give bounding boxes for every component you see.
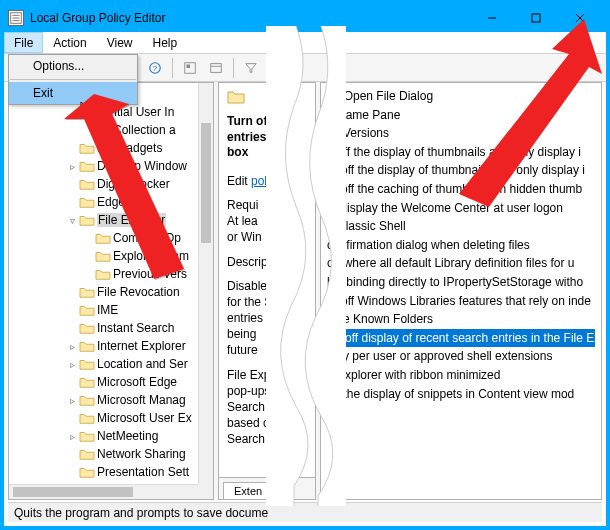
setting-row[interactable]: n Classic Shell: [327, 217, 595, 236]
svg-marker-14: [246, 63, 257, 72]
minimize-button[interactable]: [470, 4, 514, 32]
setting-row[interactable]: able Known Folders: [327, 310, 595, 329]
tree-node[interactable]: Digital Locker: [9, 175, 198, 193]
setting-row[interactable]: on where all default Library definition …: [327, 254, 595, 273]
menu-view[interactable]: View: [97, 32, 143, 53]
tree-node-label: Previous Vers: [113, 267, 187, 281]
setting-row[interactable]: only per user or approved shell extensio…: [327, 347, 595, 366]
toolbar-sep: [172, 58, 173, 78]
tree-node[interactable]: Collection a: [9, 121, 198, 139]
expand-icon[interactable]: ▹: [65, 341, 79, 352]
statusbar: Quits the program and prompts to save do…: [8, 502, 602, 522]
expand-icon[interactable]: ▹: [65, 431, 79, 442]
tree-node-label: dential User In: [97, 105, 174, 119]
setting-row[interactable]: confirmation dialog when deleting files: [327, 236, 595, 255]
setting-row[interactable]: e Explorer with ribbon minimized: [327, 366, 595, 385]
settings-list[interactable]: on Open File Dialogr Frame Paneus Versio…: [320, 82, 602, 500]
tree-node[interactable]: ▹Microsoft Manag: [9, 391, 198, 409]
folder-icon: [79, 393, 95, 407]
menu-item-options[interactable]: Options...: [9, 55, 137, 77]
tree-node[interactable]: top Gadgets: [9, 139, 198, 157]
tree-node[interactable]: Microsoft User Ex: [9, 409, 198, 427]
folder-icon: [79, 465, 95, 479]
close-button[interactable]: [558, 4, 602, 32]
tree-node-label: Location and Ser: [97, 357, 188, 371]
setting-row[interactable]: off display of recent search entries in …: [327, 329, 595, 348]
tree-node[interactable]: Explorer Fram: [9, 247, 198, 265]
setting-row[interactable]: r Frame Pane: [327, 106, 595, 125]
tree-node[interactable]: ▹Internet Explorer: [9, 337, 198, 355]
tree-view[interactable]: Contentdential User InCollection atop Ga…: [9, 83, 198, 484]
setting-row[interactable]: off the display of snippets in Content v…: [327, 385, 595, 404]
menu-action[interactable]: Action: [43, 32, 96, 53]
toolbar-button-1[interactable]: [179, 57, 201, 79]
edit-policy-link[interactable]: polic: [251, 174, 276, 188]
expand-icon[interactable]: ▹: [65, 395, 79, 406]
folder-icon: [79, 141, 95, 155]
setting-row[interactable]: ot display the Welcome Center at user lo…: [327, 199, 595, 218]
filter-icon[interactable]: [240, 57, 262, 79]
edit-policy-line: Edit polic: [227, 173, 307, 189]
folder-icon: [79, 447, 95, 461]
tree-node[interactable]: IME: [9, 301, 198, 319]
tree-node[interactable]: ▿File Explorer: [9, 211, 198, 229]
menu-help[interactable]: Help: [143, 32, 188, 53]
tree-node[interactable]: Network Sharing: [9, 445, 198, 463]
setting-row[interactable]: on Open File Dialog: [327, 87, 595, 106]
tree-node[interactable]: File Revocation: [9, 283, 198, 301]
tree-node-label: Common Op: [113, 231, 181, 245]
folder-icon: [79, 195, 95, 209]
description-block: Disables s for the Se entries being futu…: [227, 278, 307, 359]
setting-row[interactable]: rn off the display of thumbnails and onl…: [327, 161, 595, 180]
setting-row[interactable]: ble binding directly to IPropertySetStor…: [327, 273, 595, 292]
tree-node-label: top Gadgets: [97, 141, 162, 155]
tree-node[interactable]: Edge: [9, 193, 198, 211]
tree-node-label: Microsoft User Ex: [97, 411, 192, 425]
tree-node[interactable]: Previous Vers: [9, 265, 198, 283]
tree-node-label: File Explorer: [97, 213, 166, 227]
svg-rect-12: [211, 63, 222, 72]
tree-node[interactable]: Presentation Sett: [9, 463, 198, 481]
setting-row[interactable]: rn off the caching of thumbnails in hidd…: [327, 180, 595, 199]
tree-scroll-vertical[interactable]: [198, 83, 213, 484]
tree-node-label: Collection a: [113, 123, 176, 137]
menu-item-exit[interactable]: Exit: [9, 82, 137, 104]
folder-icon: [79, 321, 95, 335]
maximize-button[interactable]: [514, 4, 558, 32]
toolbar-button-2[interactable]: [205, 57, 227, 79]
tab-extended[interactable]: Exten: [223, 482, 273, 499]
folder-icon: [227, 89, 307, 108]
svg-text:?: ?: [153, 63, 158, 72]
menu-separator: [10, 79, 136, 80]
expand-icon[interactable]: ▿: [65, 215, 79, 226]
setting-title: Turn off entries in box: [227, 114, 307, 161]
detail-pane: Turn off entries in box Edit polic Requi…: [218, 82, 316, 500]
detail-tabs: Exten: [219, 477, 315, 499]
titlebar: Local Group Policy Editor: [4, 4, 606, 32]
svg-marker-17: [81, 102, 93, 119]
tree-node[interactable]: Instant Search: [9, 319, 198, 337]
tree-node-label: Microsoft Edge: [97, 375, 177, 389]
mouse-cursor: [80, 101, 96, 121]
folder-icon: [95, 249, 111, 263]
expand-icon[interactable]: ▹: [65, 359, 79, 370]
tree-node[interactable]: ▹Location and Ser: [9, 355, 198, 373]
tree-scroll-horizontal[interactable]: [9, 484, 198, 499]
tree-node[interactable]: ▹NetMeeting: [9, 427, 198, 445]
setting-row[interactable]: us Versions: [327, 124, 595, 143]
tree-node[interactable]: ▹Desktop Window: [9, 157, 198, 175]
folder-icon: [79, 159, 95, 173]
tree-node[interactable]: Microsoft Edge: [9, 373, 198, 391]
tree-node-label: Internet Explorer: [97, 339, 186, 353]
setting-row[interactable]: rn off Windows Libraries features that r…: [327, 292, 595, 311]
setting-row[interactable]: n off the display of thumbnails and only…: [327, 143, 595, 162]
folder-icon: [79, 285, 95, 299]
help-icon[interactable]: ?: [144, 57, 166, 79]
tree-node-label: Desktop Window: [97, 159, 187, 173]
tree-node[interactable]: dential User In: [9, 103, 198, 121]
tree-node[interactable]: Common Op: [9, 229, 198, 247]
menu-file[interactable]: File: [4, 32, 43, 53]
expand-icon[interactable]: ▹: [65, 161, 79, 172]
tree-node-label: NetMeeting: [97, 429, 158, 443]
tree-node-label: Network Sharing: [97, 447, 186, 461]
